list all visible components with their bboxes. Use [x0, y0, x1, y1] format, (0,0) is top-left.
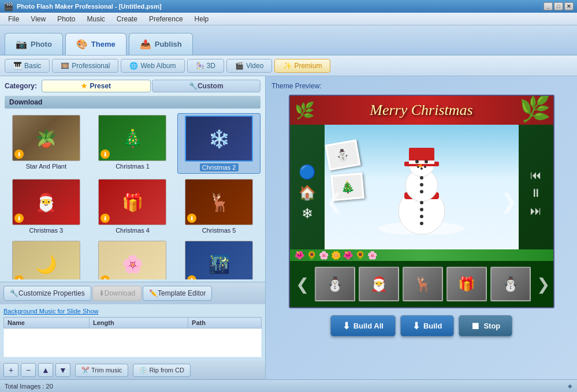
theme-thumbnail-christmas3: 🎅 ⬇: [12, 179, 80, 225]
template-editor-button[interactable]: ✏️ Template Editor: [143, 286, 212, 301]
tab-theme[interactable]: 🎨 Theme: [65, 33, 126, 55]
preview-thumb-3: 🦌: [403, 267, 443, 301]
build-all-label: Build All: [353, 322, 384, 330]
customize-properties-button[interactable]: 🔧 Customize Properties: [3, 286, 91, 301]
theme-item-extra3[interactable]: 🌃 ⬇: [177, 239, 260, 279]
preview-label: Theme Preview:: [271, 82, 322, 90]
custom-tab[interactable]: 🔧 Custom: [152, 80, 261, 92]
menu-view[interactable]: View: [25, 14, 51, 24]
main-content: Category: ★ Preset 🔧 Custom Download 🪴: [0, 76, 577, 379]
download-badge: ⬇: [14, 150, 24, 159]
build-icon: ⬇: [412, 320, 420, 331]
subcategory-professional[interactable]: 🎞️ Professional: [52, 59, 118, 73]
theme-item-star-plant[interactable]: 🪴 ⬇ Star And Plant: [5, 113, 88, 174]
custom-label: Custom: [198, 82, 224, 90]
toolbar-tabs: 📷 Photo 🎨 Theme 📤 Publish: [0, 25, 577, 55]
thumb-right-arrow[interactable]: ❯: [534, 275, 552, 294]
theme-item-extra1[interactable]: 🌙 ⬇: [5, 239, 88, 279]
build-all-icon: ⬇: [343, 320, 350, 331]
preview-thumbnails: ❮ ⛄ 🎅 🦌 🎁 ⛄ ❯: [290, 261, 553, 307]
stop-button[interactable]: ⏹ Stop: [459, 315, 512, 337]
music-section-label[interactable]: Background Music for Slide Show: [3, 308, 262, 315]
app-icon: 🎬: [3, 2, 13, 11]
video-icon: 🎬: [235, 62, 244, 70]
build-buttons: ⬇ Build All ⬇ Build ⏹ Stop: [330, 315, 513, 337]
theme-thumbnail-christmas1: 🎄 ⬇: [98, 115, 166, 161]
menu-preference[interactable]: Preference: [143, 14, 189, 24]
flower-border: 🌺🌻🌸🌼🌺🌻🌸: [290, 249, 553, 261]
subcategory-webalbum[interactable]: 🌐 Web Album: [121, 59, 184, 73]
trim-music-button[interactable]: ✂️ Trim music: [75, 364, 128, 377]
preview-container: 🌿 Merry Christmas 🌿 🔵 🏠 ❄: [289, 95, 554, 308]
menu-music[interactable]: Music: [81, 14, 111, 24]
premium-icon: ✨: [283, 62, 292, 70]
col-path: Path: [188, 318, 262, 328]
close-button[interactable]: ✕: [564, 2, 574, 10]
tab-photo[interactable]: 📷 Photo: [5, 33, 63, 55]
preset-tab[interactable]: ★ Preset: [42, 80, 151, 92]
cd-icon: 💿: [139, 367, 147, 374]
menu-create[interactable]: Create: [111, 14, 143, 24]
menu-file[interactable]: File: [2, 14, 25, 24]
menu-photo[interactable]: Photo: [51, 14, 81, 24]
svg-point-17: [420, 208, 423, 211]
svg-point-19: [420, 222, 423, 225]
theme-thumbnail-star-plant: 🪴 ⬇: [12, 115, 80, 161]
download-button[interactable]: ⬇ Download: [92, 286, 142, 301]
theme-grid: 🪴 ⬇ Star And Plant 🎄 ⬇ Christmas 1: [2, 111, 263, 279]
subcategory-video[interactable]: 🎬 Video: [226, 59, 272, 73]
holly-right: 🌿: [519, 96, 551, 124]
svg-rect-7: [409, 160, 434, 164]
preview-right-controls: ⏮ ⏸ ⏭: [519, 125, 553, 261]
professional-label: Professional: [72, 62, 110, 70]
theme-tab-icon: 🎨: [76, 39, 88, 50]
nav-right-arrow[interactable]: ❯: [500, 189, 518, 214]
ornament-blue: 🔵: [299, 164, 316, 180]
nav-left-arrow[interactable]: ❮: [326, 189, 343, 214]
webalbum-icon: 🌐: [129, 62, 138, 70]
subcategory-basic[interactable]: 🎹 Basic: [5, 59, 50, 73]
theme-thumbnail-christmas2: ❄️: [185, 115, 253, 162]
svg-point-13: [420, 176, 423, 180]
thumb-left-arrow[interactable]: ❮: [293, 275, 311, 294]
move-up-button[interactable]: ▲: [38, 363, 53, 377]
titlebar: 🎬 Photo Flash Maker Professional - [Unti…: [0, 0, 577, 13]
svg-point-11: [420, 167, 423, 170]
theme-item-christmas1[interactable]: 🎄 ⬇ Christmas 1: [91, 113, 174, 174]
next-last-button[interactable]: ⏭: [530, 204, 542, 218]
theme-item-christmas3[interactable]: 🎅 ⬇ Christmas 3: [5, 177, 88, 236]
music-section: Background Music for Slide Show Name Len…: [0, 304, 265, 361]
theme-item-christmas4[interactable]: 🎁 ⬇ Christmas 4: [91, 177, 174, 236]
menu-help[interactable]: Help: [189, 14, 215, 24]
subcategory-premium[interactable]: ✨ Premium: [274, 59, 330, 73]
prev-first-button[interactable]: ⏮: [530, 169, 542, 182]
table-row-empty: [4, 328, 262, 357]
basic-label: Basic: [24, 62, 41, 70]
theme-item-christmas2[interactable]: ❄️ Christmas 2: [177, 113, 260, 174]
preview-left-deco: 🔵 🏠 ❄: [290, 125, 325, 261]
build-button[interactable]: ⬇ Build: [400, 315, 455, 337]
theme-label-christmas3: Christmas 3: [29, 227, 63, 234]
subcategory-bar: 🎹 Basic 🎞️ Professional 🌐 Web Album 🎠 3D…: [0, 55, 577, 76]
theme-thumbnail-extra2: 🌸 ⬇: [98, 241, 166, 279]
remove-music-button[interactable]: −: [21, 363, 36, 377]
preview-center: ⛄ 🎄: [325, 125, 519, 261]
theme-item-christmas5[interactable]: 🦌 ⬇ Christmas 5: [177, 177, 260, 236]
minimize-button[interactable]: _: [544, 2, 553, 10]
prev-button[interactable]: ⏸: [530, 186, 542, 200]
rip-cd-button[interactable]: 💿 Rip from CD: [133, 364, 191, 377]
maximize-button[interactable]: □: [554, 2, 563, 10]
build-all-button[interactable]: ⬇ Build All: [330, 315, 396, 337]
version-info: ◆: [568, 383, 572, 389]
subcategory-3d[interactable]: 🎠 3D: [187, 59, 224, 73]
add-music-button[interactable]: +: [3, 363, 18, 377]
stop-icon: ⏹: [471, 321, 480, 331]
theme-item-extra2[interactable]: 🌸 ⬇: [91, 239, 174, 279]
theme-label-christmas5: Christmas 5: [202, 227, 236, 234]
tab-publish[interactable]: 📤 Publish: [129, 33, 193, 55]
preview-title: Merry Christmas: [370, 102, 472, 119]
holly-left: 🌿: [295, 101, 315, 120]
preview-header: 🌿 Merry Christmas 🌿: [290, 96, 553, 125]
template-label: Template Editor: [158, 289, 206, 297]
move-down-button[interactable]: ▼: [55, 363, 70, 377]
